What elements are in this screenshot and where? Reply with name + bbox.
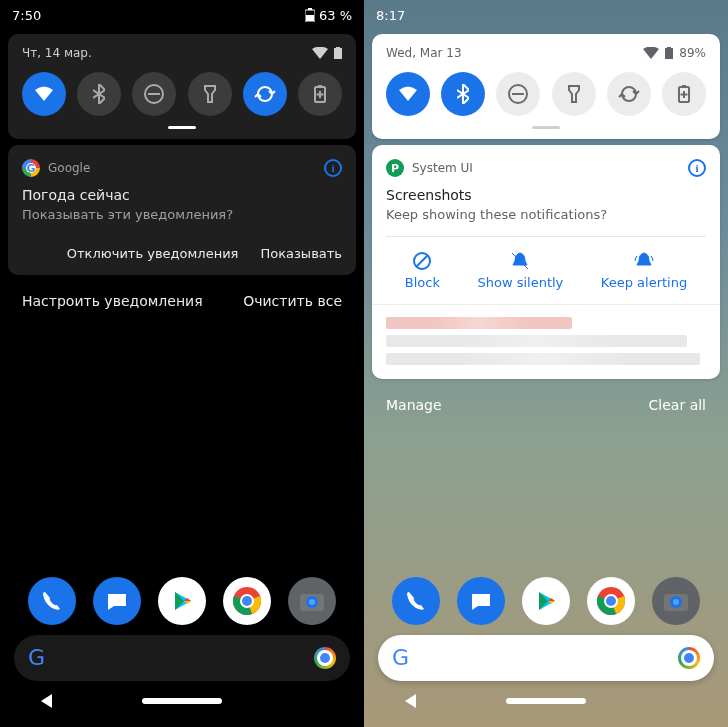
qs-tile-dnd[interactable]: [132, 72, 176, 116]
redacted-notification[interactable]: [372, 304, 720, 379]
camera-icon: [299, 590, 325, 612]
notification-body: Keep showing these notifications?: [386, 207, 706, 222]
bell-mute-icon: [510, 251, 530, 271]
assistant-icon[interactable]: [314, 647, 336, 669]
home-bottom: G: [364, 571, 728, 727]
dock: [378, 571, 714, 635]
qs-date: Wed, Mar 13: [386, 46, 462, 60]
allow-button[interactable]: Показывать: [260, 246, 342, 261]
silent-label: Show silently: [477, 275, 563, 290]
phone-app-icon[interactable]: [28, 577, 76, 625]
keep-alerting-button[interactable]: Keep alerting: [601, 251, 687, 290]
qs-tile-bluetooth[interactable]: [441, 72, 485, 116]
qs-tile-flashlight[interactable]: [188, 72, 232, 116]
qs-tile-autorotate[interactable]: [607, 72, 651, 116]
home-pill[interactable]: [142, 698, 222, 704]
messages-icon: [105, 589, 129, 613]
qs-tile-bluetooth[interactable]: [77, 72, 121, 116]
bluetooth-icon: [93, 84, 105, 104]
search-bar[interactable]: G: [14, 635, 350, 681]
battery-icon: [305, 8, 315, 22]
qs-expand-handle[interactable]: [532, 126, 560, 129]
svg-rect-1: [308, 8, 312, 10]
svg-point-28: [673, 599, 679, 605]
wifi-icon: [397, 85, 419, 103]
block-icon: [412, 251, 432, 271]
svg-rect-3: [334, 48, 342, 59]
svg-line-22: [416, 255, 428, 267]
autorotate-icon: [254, 83, 276, 105]
qs-date: Чт, 14 мар.: [22, 46, 92, 60]
status-clock: 8:17: [376, 8, 405, 23]
redacted-line: [386, 317, 572, 329]
wifi-icon: [33, 85, 55, 103]
battery-icon: [334, 47, 342, 59]
system-ui-icon: P: [386, 159, 404, 177]
qs-tiles-row: [22, 72, 342, 116]
chrome-app-icon[interactable]: [587, 577, 635, 625]
svg-point-11: [242, 596, 252, 606]
notification-card[interactable]: P System UI i Screenshots Keep showing t…: [372, 145, 720, 379]
manage-button[interactable]: Настроить уведомления: [22, 293, 203, 309]
nav-bar: [378, 683, 714, 719]
qs-tile-dnd[interactable]: [496, 72, 540, 116]
notification-body: Показывать эти уведомления?: [22, 207, 342, 222]
block-label: Block: [405, 275, 440, 290]
camera-app-icon[interactable]: [652, 577, 700, 625]
qs-tiles-row: [386, 72, 706, 116]
quick-settings-panel: Чт, 14 мар.: [8, 34, 356, 139]
qs-tile-wifi[interactable]: [386, 72, 430, 116]
battery-saver-icon: [313, 84, 327, 104]
svg-point-25: [606, 596, 616, 606]
svg-rect-20: [682, 85, 686, 87]
play-app-icon[interactable]: [158, 577, 206, 625]
clear-all-button[interactable]: Очистить все: [243, 293, 342, 309]
battery-text: 89%: [679, 46, 706, 60]
screenshot-dark: 7:50 63 % Чт, 14 мар. Google: [0, 0, 364, 727]
bell-ring-icon: [634, 251, 654, 271]
qs-tile-battery-saver[interactable]: [662, 72, 706, 116]
status-bar: 8:17: [364, 0, 728, 30]
play-app-icon[interactable]: [522, 577, 570, 625]
info-icon[interactable]: i: [324, 159, 342, 177]
qs-tile-flashlight[interactable]: [552, 72, 596, 116]
google-g-icon: G: [392, 645, 409, 671]
camera-icon: [663, 590, 689, 612]
chrome-icon: [596, 586, 626, 616]
block-button[interactable]: Block: [405, 251, 440, 290]
redacted-line: [386, 353, 700, 365]
notification-card[interactable]: Google i Погода сейчас Показывать эти ув…: [8, 145, 356, 275]
assistant-icon[interactable]: [678, 647, 700, 669]
qs-tile-wifi[interactable]: [22, 72, 66, 116]
info-icon[interactable]: i: [688, 159, 706, 177]
svg-rect-4: [336, 47, 340, 48]
qs-tile-battery-saver[interactable]: [298, 72, 342, 116]
phone-icon: [404, 589, 428, 613]
camera-app-icon[interactable]: [288, 577, 336, 625]
quick-settings-panel: Wed, Mar 13 89%: [372, 34, 720, 139]
flashlight-icon: [203, 84, 217, 104]
back-button[interactable]: [41, 694, 52, 708]
messages-app-icon[interactable]: [93, 577, 141, 625]
qs-expand-handle[interactable]: [168, 126, 196, 129]
show-silently-button[interactable]: Show silently: [477, 251, 563, 290]
flashlight-icon: [567, 84, 581, 104]
qs-tile-autorotate[interactable]: [243, 72, 287, 116]
status-clock: 7:50: [12, 8, 41, 23]
battery-text: 63 %: [319, 8, 352, 23]
notification-title: Screenshots: [386, 187, 706, 203]
messages-app-icon[interactable]: [457, 577, 505, 625]
chrome-icon: [232, 586, 262, 616]
battery-icon: [665, 47, 673, 59]
search-bar[interactable]: G: [378, 635, 714, 681]
deny-button[interactable]: Отключить уведомления: [67, 246, 239, 261]
chrome-app-icon[interactable]: [223, 577, 271, 625]
phone-app-icon[interactable]: [392, 577, 440, 625]
manage-button[interactable]: Manage: [386, 397, 442, 413]
back-button[interactable]: [405, 694, 416, 708]
wifi-signal-icon: [312, 47, 328, 59]
clear-all-button[interactable]: Clear all: [649, 397, 706, 413]
shade-footer: Manage Clear all: [364, 385, 728, 425]
wifi-signal-icon: [643, 47, 659, 59]
home-pill[interactable]: [506, 698, 586, 704]
